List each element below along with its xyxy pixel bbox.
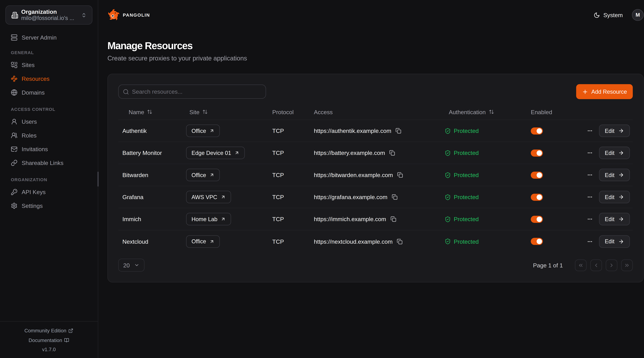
arrow-right-icon xyxy=(618,172,624,178)
auth-status: Protected xyxy=(444,216,526,222)
page-title: Manage Resources xyxy=(108,40,644,52)
waypoints-icon xyxy=(11,75,18,82)
sidebar-item-sites[interactable]: Sites xyxy=(6,58,92,72)
sidebar-item-api-keys[interactable]: API Keys xyxy=(6,185,92,199)
site-link-button[interactable]: Edge Device 01 xyxy=(186,147,245,159)
resource-name: Bitwarden xyxy=(118,172,185,178)
site-link-button[interactable]: AWS VPC xyxy=(186,191,231,203)
access-url: https://battery.example.com xyxy=(314,150,385,156)
edit-button[interactable]: Edit xyxy=(599,235,630,248)
documentation-link[interactable]: Documentation xyxy=(0,335,98,345)
avatar[interactable]: M xyxy=(632,9,644,21)
add-resource-button[interactable]: Add Resource xyxy=(576,84,633,99)
column-header-protocol: Protocol xyxy=(268,109,310,115)
row-menu-button[interactable] xyxy=(586,150,593,156)
column-header-authentication[interactable]: Authentication xyxy=(444,109,526,115)
community-edition-link[interactable]: Community Edition xyxy=(0,326,98,335)
sidebar-resize-handle[interactable] xyxy=(97,172,99,187)
resources-table: Name Site Protocol Access Authenticati xyxy=(118,104,633,252)
shield-check-icon xyxy=(444,216,451,222)
site-link-button[interactable]: Office xyxy=(186,125,220,137)
search-icon xyxy=(123,89,129,95)
sidebar-item-shareable-links[interactable]: Shareable Links xyxy=(6,156,92,170)
table-row: Battery Monitor Edge Device 01 TCP https… xyxy=(118,142,633,164)
sort-icon xyxy=(489,109,494,115)
sidebar-item-roles[interactable]: Roles xyxy=(6,128,92,142)
prev-page-button[interactable] xyxy=(590,259,602,271)
resource-protocol: TCP xyxy=(268,216,310,222)
brand[interactable]: PANGOLIN xyxy=(108,9,150,21)
sidebar-item-settings[interactable]: Settings xyxy=(6,199,92,212)
version-label: v1.7.0 xyxy=(0,345,98,354)
row-menu-button[interactable] xyxy=(586,238,593,245)
arrow-right-icon xyxy=(618,216,624,222)
copy-url-button[interactable] xyxy=(397,238,403,244)
sidebar-item-label: Settings xyxy=(22,202,43,209)
edit-button[interactable]: Edit xyxy=(599,213,630,225)
section-label-access-control: ACCESS CONTROL xyxy=(6,107,92,112)
ellipsis-icon xyxy=(586,216,593,222)
sidebar-item-domains[interactable]: Domains xyxy=(6,86,92,99)
arrow-right-icon xyxy=(618,128,624,134)
sidebar-item-label: Roles xyxy=(22,132,36,139)
copy-url-button[interactable] xyxy=(392,194,397,200)
enabled-toggle[interactable] xyxy=(531,193,543,201)
column-header-name[interactable]: Name xyxy=(118,109,185,115)
server-icon xyxy=(11,34,18,41)
ellipsis-icon xyxy=(586,194,593,200)
chevron-right-icon xyxy=(608,262,614,268)
enabled-toggle[interactable] xyxy=(531,171,543,178)
copy-url-button[interactable] xyxy=(397,172,403,178)
site-link-button[interactable]: Office xyxy=(186,235,220,248)
documentation-label: Documentation xyxy=(28,335,62,345)
enabled-toggle[interactable] xyxy=(531,216,543,223)
arrow-up-right-icon xyxy=(210,128,214,133)
resource-protocol: TCP xyxy=(268,150,310,156)
sidebar-item-users[interactable]: Users xyxy=(6,115,92,128)
search-input[interactable] xyxy=(132,88,262,95)
row-menu-button[interactable] xyxy=(586,216,593,222)
chevron-down-icon xyxy=(134,262,139,268)
row-menu-button[interactable] xyxy=(586,127,593,134)
page-subtitle: Create secure proxies to your private ap… xyxy=(108,55,644,62)
access-url: https://bitwarden.example.com xyxy=(314,172,393,178)
edit-button[interactable]: Edit xyxy=(599,191,630,203)
row-menu-button[interactable] xyxy=(586,194,593,200)
resource-protocol: TCP xyxy=(268,127,310,134)
arrow-up-right-icon xyxy=(210,239,214,244)
site-link-button[interactable]: Office xyxy=(186,169,220,181)
page-size-select[interactable]: 20 xyxy=(118,259,144,271)
edit-button[interactable]: Edit xyxy=(599,147,630,159)
column-header-site[interactable]: Site xyxy=(185,109,268,115)
site-link-button[interactable]: Home Lab xyxy=(186,213,231,225)
sidebar: Organization milo@fossorial.io's ... Ser… xyxy=(0,0,98,358)
table-row: Grafana AWS VPC TCP https://grafana.exam… xyxy=(118,186,633,208)
copy-url-button[interactable] xyxy=(396,128,401,134)
enabled-toggle[interactable] xyxy=(531,149,543,156)
enabled-toggle[interactable] xyxy=(531,238,543,245)
first-page-button[interactable] xyxy=(575,259,587,271)
globe-icon xyxy=(11,89,18,96)
copy-url-button[interactable] xyxy=(390,216,396,222)
copy-url-button[interactable] xyxy=(389,150,395,156)
last-page-button[interactable] xyxy=(621,259,633,271)
next-page-button[interactable] xyxy=(606,259,618,271)
sidebar-item-server-admin[interactable]: Server Admin xyxy=(6,30,92,45)
users-icon xyxy=(11,132,18,139)
edit-button[interactable]: Edit xyxy=(599,169,630,181)
chevrons-right-icon xyxy=(624,262,630,268)
edit-button[interactable]: Edit xyxy=(599,125,630,137)
search-box[interactable] xyxy=(118,85,266,99)
resource-protocol: TCP xyxy=(268,238,310,245)
plus-icon xyxy=(582,89,588,95)
org-switcher[interactable]: Organization milo@fossorial.io's ... xyxy=(6,6,92,25)
resource-name: Immich xyxy=(118,216,185,222)
sidebar-footer: Community Edition Documentation v1.7.0 xyxy=(0,321,98,358)
sidebar-item-invitations[interactable]: Invitations xyxy=(6,142,92,156)
shield-check-icon xyxy=(444,172,451,178)
enabled-toggle[interactable] xyxy=(531,127,543,134)
theme-toggle[interactable]: System xyxy=(594,12,623,18)
sidebar-item-resources[interactable]: Resources xyxy=(6,72,92,86)
org-value: milo@fossorial.io's ... xyxy=(21,15,78,22)
row-menu-button[interactable] xyxy=(586,172,593,178)
